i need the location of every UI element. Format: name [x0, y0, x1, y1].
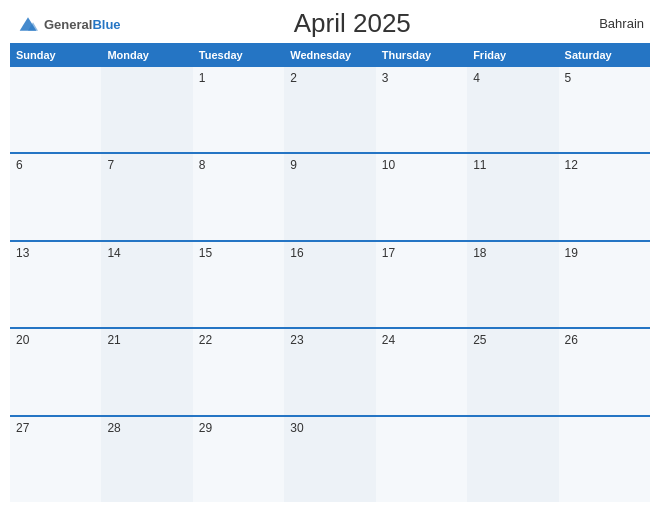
- day-cell: 10: [376, 154, 467, 239]
- day-cell: 1: [193, 67, 284, 152]
- day-cell: 8: [193, 154, 284, 239]
- day-cell: 2: [284, 67, 375, 152]
- day-cell: 22: [193, 329, 284, 414]
- day-cell: 16: [284, 242, 375, 327]
- day-cell: 14: [101, 242, 192, 327]
- day-cell: 9: [284, 154, 375, 239]
- day-header-sunday: Sunday: [10, 45, 101, 65]
- logo-blue-text: Blue: [92, 17, 120, 32]
- week-4: 20 21 22 23 24 25 26: [10, 327, 650, 414]
- day-cell: 3: [376, 67, 467, 152]
- week-5: 27 28 29 30: [10, 415, 650, 502]
- day-header-tuesday: Tuesday: [193, 45, 284, 65]
- day-cell: 25: [467, 329, 558, 414]
- page: GeneralBlue April 2025 Bahrain Sunday Mo…: [0, 0, 660, 510]
- day-headers-row: Sunday Monday Tuesday Wednesday Thursday…: [10, 43, 650, 65]
- day-cell: 20: [10, 329, 101, 414]
- day-header-monday: Monday: [101, 45, 192, 65]
- day-cell: 11: [467, 154, 558, 239]
- day-cell: 4: [467, 67, 558, 152]
- country-label: Bahrain: [584, 16, 644, 31]
- day-cell: [10, 67, 101, 152]
- day-cell: 12: [559, 154, 650, 239]
- day-cell: 15: [193, 242, 284, 327]
- day-cell: [376, 417, 467, 502]
- day-cell: 18: [467, 242, 558, 327]
- week-3: 13 14 15 16 17 18 19: [10, 240, 650, 327]
- day-cell: 23: [284, 329, 375, 414]
- day-header-wednesday: Wednesday: [284, 45, 375, 65]
- calendar-weeks: 1 2 3 4 5 6 7 8 9 10 11 12 13 14 15: [10, 65, 650, 502]
- day-cell: 27: [10, 417, 101, 502]
- day-cell: 30: [284, 417, 375, 502]
- week-2: 6 7 8 9 10 11 12: [10, 152, 650, 239]
- week-1: 1 2 3 4 5: [10, 65, 650, 152]
- day-cell: 28: [101, 417, 192, 502]
- day-header-saturday: Saturday: [559, 45, 650, 65]
- calendar-title: April 2025: [121, 8, 584, 39]
- day-header-friday: Friday: [467, 45, 558, 65]
- day-header-thursday: Thursday: [376, 45, 467, 65]
- day-cell: 21: [101, 329, 192, 414]
- logo-label: GeneralBlue: [44, 15, 121, 33]
- day-cell: 6: [10, 154, 101, 239]
- day-cell: 17: [376, 242, 467, 327]
- logo: GeneralBlue: [16, 14, 121, 34]
- logo-general-text: General: [44, 17, 92, 32]
- day-cell: 19: [559, 242, 650, 327]
- day-cell: [101, 67, 192, 152]
- header: GeneralBlue April 2025 Bahrain: [0, 0, 660, 43]
- day-cell: [559, 417, 650, 502]
- day-cell: 26: [559, 329, 650, 414]
- day-cell: 29: [193, 417, 284, 502]
- day-cell: 7: [101, 154, 192, 239]
- generalblue-icon: [16, 14, 40, 34]
- day-cell: 5: [559, 67, 650, 152]
- calendar: Sunday Monday Tuesday Wednesday Thursday…: [0, 43, 660, 510]
- day-cell: 24: [376, 329, 467, 414]
- day-cell: [467, 417, 558, 502]
- day-cell: 13: [10, 242, 101, 327]
